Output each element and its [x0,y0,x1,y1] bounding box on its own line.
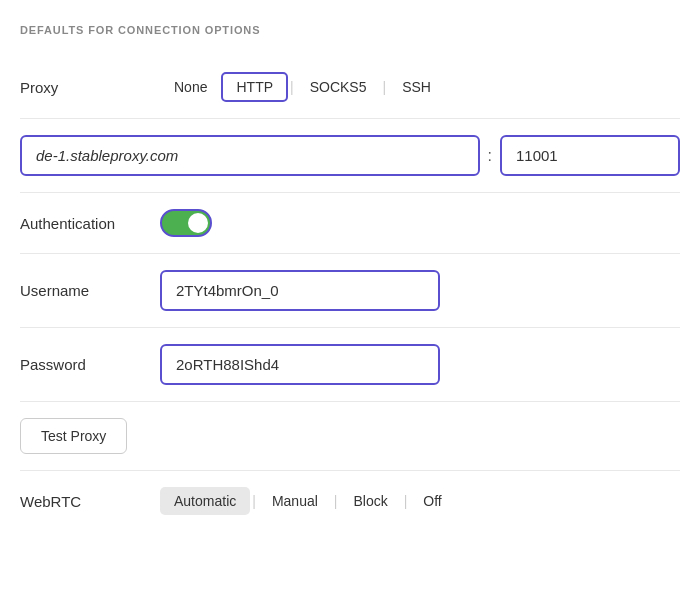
webrtc-row: WebRTC Automatic | Manual | Block | Off [20,471,680,531]
webrtc-automatic-button[interactable]: Automatic [160,487,250,515]
authentication-label: Authentication [20,215,160,232]
password-row: Password [20,328,680,402]
separator-1: | [290,79,294,95]
password-label: Password [20,356,160,373]
proxy-host-input[interactable] [20,135,480,176]
toggle-slider [160,209,212,237]
username-content [160,270,680,311]
proxy-type-group: None HTTP | SOCKS5 | SSH [160,72,445,102]
username-label: Username [20,282,160,299]
test-proxy-button[interactable]: Test Proxy [20,418,127,454]
proxy-socks5-button[interactable]: SOCKS5 [296,73,381,101]
proxy-label: Proxy [20,79,160,96]
test-proxy-row: Test Proxy [20,402,680,471]
webrtc-manual-button[interactable]: Manual [258,487,332,515]
proxy-port-input[interactable] [500,135,680,176]
proxy-inputs-row: : [20,119,680,193]
authentication-toggle[interactable] [160,209,212,237]
webrtc-options: Automatic | Manual | Block | Off [160,487,456,515]
proxy-inputs-container: : [20,135,680,176]
webrtc-sep-3: | [404,493,408,509]
section-title: DEFAULTS FOR CONNECTION OPTIONS [20,24,680,36]
proxy-options: None HTTP | SOCKS5 | SSH [160,72,680,102]
webrtc-label: WebRTC [20,493,160,510]
username-row: Username [20,254,680,328]
username-input[interactable] [160,270,440,311]
webrtc-sep-1: | [252,493,256,509]
host-port-separator: : [488,147,492,165]
authentication-content [160,209,680,237]
proxy-row: Proxy None HTTP | SOCKS5 | SSH [20,56,680,119]
password-input[interactable] [160,344,440,385]
proxy-ssh-button[interactable]: SSH [388,73,445,101]
authentication-row: Authentication [20,193,680,254]
proxy-http-button[interactable]: HTTP [221,72,288,102]
webrtc-sep-2: | [334,493,338,509]
proxy-none-button[interactable]: None [160,73,221,101]
separator-2: | [382,79,386,95]
webrtc-block-button[interactable]: Block [339,487,401,515]
password-content [160,344,680,385]
webrtc-off-button[interactable]: Off [409,487,455,515]
